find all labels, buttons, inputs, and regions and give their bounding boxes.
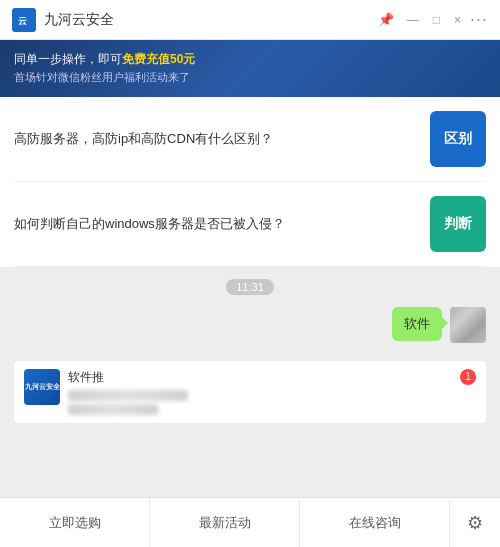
title-bar-left: 云 九河云安全 <box>12 8 114 32</box>
notification-item[interactable]: 九河云安全 软件推 1 <box>14 361 486 423</box>
user-avatar <box>450 307 486 343</box>
chat-area: 11:31 软件 九河云安全 软件推 1 <box>0 267 500 497</box>
nav-settings-button[interactable]: ⚙ <box>450 498 500 547</box>
notif-content: 软件推 <box>68 369 452 415</box>
notif-text-blurred-2 <box>68 404 158 415</box>
banner-text: 同单一步操作，即可免费充值50元 首场针对微信粉丝用户福利活动来了 <box>14 50 486 87</box>
title-bar: 云 九河云安全 📌 — □ × ··· <box>0 0 500 40</box>
close-button[interactable]: × <box>449 11 466 29</box>
app-logo: 云 <box>12 8 36 32</box>
article-tag-2: 判断 <box>430 196 486 252</box>
notif-text-blurred-1 <box>68 390 188 401</box>
article-text-1: 高防服务器，高防ip和高防CDN有什么区别？ <box>14 129 430 149</box>
banner-subtitle: 首场针对微信粉丝用户福利活动来了 <box>14 69 486 87</box>
chat-bubble: 软件 <box>392 307 442 341</box>
notif-badge: 1 <box>460 369 476 385</box>
notif-avatar-text: 九河云安全 <box>25 382 60 392</box>
chat-timestamp: 11:31 <box>14 277 486 295</box>
nav-item-consult[interactable]: 在线咨询 <box>300 498 450 547</box>
minimize-button[interactable]: — <box>402 11 424 29</box>
dots-menu[interactable]: ··· <box>470 9 488 30</box>
notif-name: 软件推 <box>68 369 452 386</box>
chat-message-right: 软件 <box>14 307 486 343</box>
pin-icon[interactable]: 📌 <box>378 12 394 27</box>
banner: 同单一步操作，即可免费充值50元 首场针对微信粉丝用户福利活动来了 <box>0 40 500 97</box>
timestamp-label: 11:31 <box>226 279 274 295</box>
bottom-nav: 立即选购 最新活动 在线咨询 ⚙ <box>0 497 500 547</box>
avatar-image <box>450 307 486 343</box>
nav-item-activities[interactable]: 最新活动 <box>150 498 300 547</box>
article-item-2[interactable]: 如何判断自己的windows服务器是否已被入侵？ 判断 <box>14 182 486 267</box>
nav-label-purchase: 立即选购 <box>49 514 101 532</box>
restore-button[interactable]: □ <box>428 11 445 29</box>
nav-label-activities: 最新活动 <box>199 514 251 532</box>
notif-avatar: 九河云安全 <box>24 369 60 405</box>
settings-icon: ⚙ <box>467 512 483 534</box>
article-tag-1: 区别 <box>430 111 486 167</box>
title-bar-right: 📌 — □ × ··· <box>378 9 488 30</box>
main-content: 同单一步操作，即可免费充值50元 首场针对微信粉丝用户福利活动来了 高防服务器，… <box>0 40 500 497</box>
banner-main-text: 同单一步操作，即可免费充值50元 <box>14 50 486 69</box>
app-title: 九河云安全 <box>44 11 114 29</box>
article-item-1[interactable]: 高防服务器，高防ip和高防CDN有什么区别？ 区别 <box>14 97 486 182</box>
nav-item-purchase[interactable]: 立即选购 <box>0 498 150 547</box>
banner-prefix: 同单一步操作，即可 <box>14 52 122 66</box>
notif-avatar-inner: 九河云安全 <box>24 369 60 405</box>
svg-text:云: 云 <box>18 16 27 26</box>
article-text-2: 如何判断自己的windows服务器是否已被入侵？ <box>14 214 430 234</box>
nav-label-consult: 在线咨询 <box>349 514 401 532</box>
article-list: 高防服务器，高防ip和高防CDN有什么区别？ 区别 如何判断自己的windows… <box>0 97 500 267</box>
banner-highlight: 免费充值50元 <box>122 52 195 66</box>
